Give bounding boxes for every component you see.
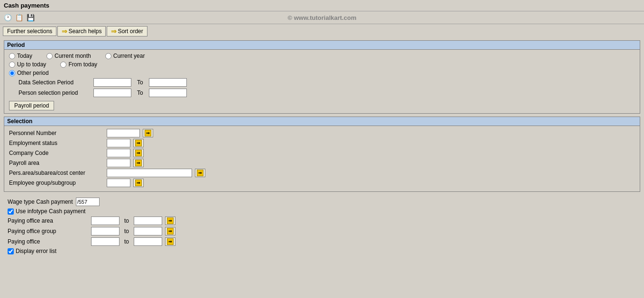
pers-area-input[interactable] <box>107 169 192 177</box>
radio-current-year-label: Current year <box>113 53 145 59</box>
person-selection-row: Person selection period To <box>18 89 635 97</box>
employee-group-arrow-btn[interactable]: ⇒ <box>133 179 144 187</box>
data-selection-to-label: To <box>137 79 143 86</box>
wage-type-row: Wage type Cash payment <box>8 198 636 206</box>
radio-from-today[interactable]: From today <box>60 61 97 68</box>
personnel-number-row: Personnel Number ⇒ <box>9 129 635 137</box>
radio-today-label: Today <box>17 53 32 59</box>
paying-office-group-to-input[interactable] <box>134 227 162 235</box>
radio-today[interactable]: Today <box>9 53 32 59</box>
radio-other-period[interactable]: Other period <box>9 70 49 76</box>
employment-status-arrow-btn[interactable]: ⇒ <box>133 139 144 147</box>
display-error-row: Display error list <box>8 248 636 254</box>
period-section: Period Today Current month Current year <box>4 40 640 114</box>
paying-office-group-row: Paying office group to ⇒ <box>8 227 636 235</box>
further-selections-label: Further selections <box>7 28 52 35</box>
arrow-icon: ⇒ <box>145 130 151 136</box>
data-selection-to-input[interactable] <box>149 78 187 87</box>
data-selection-from-input[interactable] <box>93 78 131 87</box>
paying-office-group-arrow-btn[interactable]: ⇒ <box>165 227 175 235</box>
wage-type-label: Wage type Cash payment <box>8 199 73 205</box>
paying-office-to-input[interactable] <box>134 237 162 246</box>
paying-office-to-label: to <box>124 238 129 245</box>
search-helps-tab[interactable]: ⇒ Search helps <box>57 26 106 36</box>
personnel-number-label: Personnel Number <box>9 130 104 136</box>
company-code-row: Company Code ⇒ <box>9 149 635 157</box>
payroll-area-label: Payroll area <box>9 160 104 166</box>
paying-office-arrow-btn[interactable]: ⇒ <box>165 237 175 246</box>
employee-group-input[interactable] <box>107 179 130 187</box>
paying-office-area-row: Paying office area to ⇒ <box>8 217 636 225</box>
paying-office-area-arrow-btn[interactable]: ⇒ <box>165 217 175 225</box>
clock-icon[interactable]: 🕐 <box>3 13 12 22</box>
person-selection-label: Person selection period <box>18 90 90 96</box>
radio-current-year[interactable]: Current year <box>105 53 145 59</box>
radio-up-to-today-label: Up to today <box>17 61 46 68</box>
employment-status-row: Employment status ⇒ <box>9 139 635 147</box>
paying-office-area-to-input[interactable] <box>134 217 162 225</box>
main-content: Period Today Current month Current year <box>0 38 644 261</box>
payroll-area-arrow-btn[interactable]: ⇒ <box>133 159 144 167</box>
paying-office-area-from-input[interactable] <box>91 217 120 225</box>
employee-group-row: Employee group/subgroup ⇒ <box>9 179 635 187</box>
data-selection-row: Data Selection Period To <box>18 78 635 87</box>
company-code-arrow-btn[interactable]: ⇒ <box>133 149 144 157</box>
further-selections-tab[interactable]: Further selections <box>3 27 56 36</box>
personnel-number-input[interactable] <box>107 129 140 137</box>
person-selection-to-input[interactable] <box>149 89 187 97</box>
pers-area-label: Pers.area/subarea/cost center <box>9 170 104 176</box>
payroll-area-input[interactable] <box>107 159 130 167</box>
radio-current-month[interactable]: Current month <box>46 53 91 59</box>
arrow-icon: ⇒ <box>167 217 174 224</box>
paying-office-row: Paying office to ⇒ <box>8 237 636 246</box>
radio-current-month-label: Current month <box>55 53 91 59</box>
watermark: © www.tutorialkart.com <box>288 14 357 21</box>
person-selection-from-input[interactable] <box>93 89 131 97</box>
sort-order-label: Sort order <box>118 28 143 35</box>
arrow-icon: ⇒ <box>167 238 174 245</box>
period-row-1: Today Current month Current year <box>9 53 635 59</box>
period-section-title: Period <box>4 41 640 50</box>
wage-type-input[interactable] <box>76 198 100 206</box>
paying-office-group-label: Paying office group <box>8 228 88 235</box>
toolbar: 🕐 📋 💾 © www.tutorialkart.com <box>0 11 644 24</box>
selection-section: Selection Personnel Number ⇒ Employment … <box>4 117 640 192</box>
save-icon[interactable]: 💾 <box>26 13 35 22</box>
period-row-2: Up to today From today <box>9 61 635 68</box>
tab-bar: Further selections ⇒ Search helps ⇒ Sort… <box>0 24 644 38</box>
arrow-icon: ⇒ <box>135 180 142 186</box>
pers-area-row: Pers.area/subarea/cost center ⇒ <box>9 169 635 177</box>
radio-up-to-today[interactable]: Up to today <box>9 61 46 68</box>
paying-office-from-input[interactable] <box>91 237 120 246</box>
pers-area-arrow-btn[interactable]: ⇒ <box>195 169 205 177</box>
arrow-icon: ⇒ <box>135 160 142 166</box>
payroll-period-button[interactable]: Payroll period <box>9 101 54 110</box>
company-code-label: Company Code <box>9 150 104 156</box>
personnel-number-arrow-btn[interactable]: ⇒ <box>143 129 153 137</box>
company-code-input[interactable] <box>107 149 130 157</box>
employment-status-label: Employment status <box>9 140 104 146</box>
title-bar: Cash payments <box>0 0 644 11</box>
arrow-icon: ⇒ <box>135 150 142 156</box>
paying-office-label: Paying office <box>8 238 88 245</box>
employment-status-input[interactable] <box>107 139 130 147</box>
use-infotype-label: Use infotype Cash payment <box>16 208 85 215</box>
radio-from-today-label: From today <box>68 61 97 68</box>
paying-office-group-from-input[interactable] <box>91 227 120 235</box>
selection-section-title: Selection <box>4 117 640 126</box>
arrow-icon: ⇒ <box>167 228 174 235</box>
search-helps-label: Search helps <box>68 28 101 35</box>
paying-office-area-to-label: to <box>124 217 129 224</box>
use-infotype-checkbox[interactable] <box>8 208 14 215</box>
arrow-icon: ⇒ <box>62 27 67 35</box>
use-infotype-row: Use infotype Cash payment <box>8 208 636 215</box>
copy-icon[interactable]: 📋 <box>14 13 24 22</box>
sort-order-tab[interactable]: ⇒ Sort order <box>107 26 147 36</box>
period-row-3: Other period <box>9 70 635 76</box>
arrow-icon: ⇒ <box>135 140 142 146</box>
display-error-checkbox[interactable] <box>8 248 14 254</box>
selection-section-content: Personnel Number ⇒ Employment status ⇒ C… <box>4 126 640 191</box>
paying-office-area-label: Paying office area <box>8 217 88 224</box>
data-selection-label: Data Selection Period <box>18 79 90 86</box>
sort-order-arrow-icon: ⇒ <box>111 27 117 35</box>
